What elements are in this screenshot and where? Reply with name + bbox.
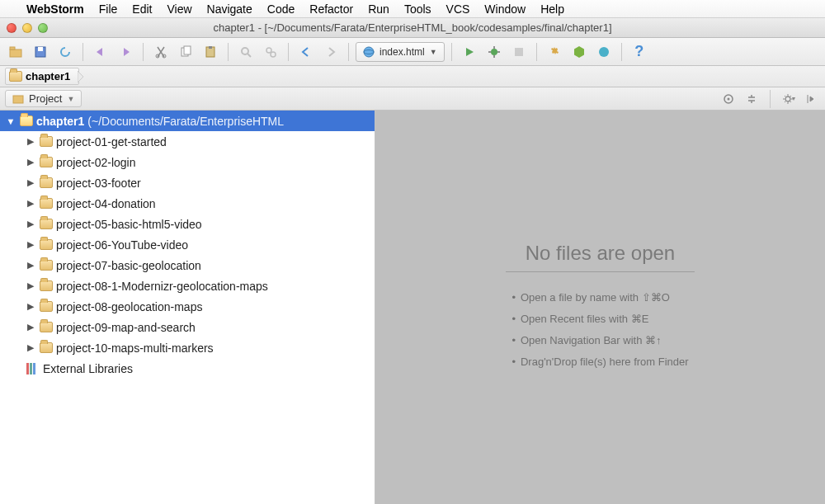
svg-rect-23 [13, 96, 23, 103]
back-button[interactable] [295, 41, 317, 63]
menu-code[interactable]: Code [267, 2, 295, 16]
project-view-selector[interactable]: Project ▼ [5, 90, 82, 107]
folder-icon [40, 301, 53, 312]
sync-button[interactable] [54, 41, 76, 63]
open-button[interactable] [5, 41, 26, 63]
tree-item-label: project-10-maps-multi-markers [56, 341, 214, 355]
app-menu[interactable]: WebStorm [26, 2, 84, 16]
tree-folder[interactable]: ▶project-07-basic-geolocation [0, 255, 375, 276]
settings-button[interactable] [544, 41, 565, 63]
navigation-bar[interactable]: chapter1 [0, 66, 825, 87]
zoom-window-button[interactable] [38, 23, 48, 33]
menu-run[interactable]: Run [368, 2, 389, 16]
tree-folder[interactable]: ▶project-06-YouTube-video [0, 234, 375, 255]
menu-edit[interactable]: Edit [132, 2, 152, 16]
project-tree[interactable]: ▼ chapter1 (~/Documents/Farata/Enterpris… [0, 111, 375, 504]
run-config-label: index.html [380, 46, 425, 58]
tool-settings-button[interactable]: ▾ [780, 91, 797, 107]
menu-vcs[interactable]: VCS [446, 2, 470, 16]
expand-arrow-icon[interactable]: ▶ [25, 157, 36, 167]
tree-item-label: project-06-YouTube-video [56, 238, 188, 252]
tip-row: •Open Navigation Bar with ⌘↑ [512, 330, 688, 351]
stop-button[interactable] [508, 41, 530, 63]
expand-arrow-icon[interactable]: ▶ [25, 219, 36, 229]
tree-folder[interactable]: ▶project-09-map-and-search [0, 317, 375, 337]
tree-folder[interactable]: ▶project-04-donation [0, 193, 375, 214]
expand-arrow-icon[interactable]: ▶ [25, 239, 36, 250]
svg-rect-3 [38, 47, 43, 51]
expand-arrow-icon[interactable]: ▶ [25, 177, 36, 188]
svg-rect-7 [184, 46, 191, 54]
collapse-all-button[interactable] [743, 91, 760, 107]
menu-help[interactable]: Help [540, 2, 564, 16]
save-all-button[interactable] [30, 41, 51, 63]
folder-icon [40, 198, 53, 209]
expand-arrow-icon[interactable]: ▼ [5, 116, 16, 126]
tree-item-label: project-03-footer [56, 177, 141, 190]
expand-arrow-icon[interactable]: ▶ [25, 322, 36, 332]
menu-navigate[interactable]: Navigate [207, 2, 252, 16]
nodejs-button[interactable] [568, 41, 590, 63]
expand-arrow-icon[interactable]: ▶ [25, 260, 36, 271]
cut-button[interactable] [150, 41, 172, 63]
debug-button[interactable] [483, 41, 505, 63]
expand-arrow-icon[interactable]: ▶ [25, 280, 36, 291]
svg-point-10 [242, 48, 248, 54]
folder-icon [9, 71, 22, 82]
chevron-down-icon: ▼ [430, 48, 437, 56]
project-tool-header: Project ▼ ▾ [0, 87, 825, 111]
tree-folder[interactable]: ▶project-02-login [0, 152, 375, 172]
undo-button[interactable] [90, 41, 111, 63]
menu-view[interactable]: View [167, 2, 191, 16]
tree-folder[interactable]: ▶project-01-get-started [0, 131, 375, 152]
tree-external-libraries[interactable]: ▶ External Libraries [0, 358, 375, 379]
menu-tools[interactable]: Tools [404, 2, 431, 16]
folder-icon [40, 239, 53, 250]
tree-item-label: project-08-geolocation-maps [56, 300, 202, 313]
help-button[interactable]: ? [629, 41, 650, 63]
tree-item-label: project-05-basic-html5-video [56, 218, 202, 231]
tree-root[interactable]: ▼ chapter1 (~/Documents/Farata/Enterpris… [0, 111, 375, 131]
run-configuration-selector[interactable]: index.html ▼ [356, 42, 445, 62]
run-button[interactable] [459, 41, 480, 63]
expand-arrow-icon[interactable]: ▶ [25, 301, 36, 312]
find-button[interactable] [235, 41, 257, 63]
redo-button[interactable] [115, 41, 136, 63]
toolbar-separator [288, 43, 289, 61]
expand-arrow-icon[interactable]: ▶ [25, 342, 36, 353]
folder-icon [20, 115, 33, 126]
jslint-button[interactable] [593, 41, 615, 63]
menu-refactor[interactable]: Refactor [309, 2, 353, 16]
editor-area[interactable]: No files are open •Open a file by name w… [375, 111, 825, 504]
chevron-down-icon: ▼ [67, 95, 74, 103]
mac-menubar: WebStorm File Edit View Navigate Code Re… [0, 0, 825, 18]
minimize-window-button[interactable] [22, 23, 32, 33]
tree-folder[interactable]: ▶project-10-maps-multi-markers [0, 337, 375, 358]
copy-button[interactable] [175, 41, 196, 63]
tree-folder[interactable]: ▶project-05-basic-html5-video [0, 214, 375, 234]
tip-row: •Open Recent files with ⌘E [512, 309, 688, 330]
scroll-from-source-button[interactable] [720, 91, 737, 107]
breadcrumb-root[interactable]: chapter1 [5, 68, 79, 85]
svg-point-25 [728, 97, 730, 100]
toolbar-separator [770, 90, 771, 108]
expand-arrow-icon[interactable]: ▶ [25, 198, 36, 209]
svg-point-22 [599, 47, 609, 57]
tree-folder[interactable]: ▶project-08-1-Modernizr-geolocation-maps [0, 276, 375, 296]
window-titlebar: chapter1 - [~/Documents/Farata/Enterpris… [0, 18, 825, 38]
tree-root-path: (~/Documents/Farata/EnterpriseHTML [87, 115, 284, 128]
expand-arrow-icon[interactable]: ▶ [25, 136, 36, 147]
close-window-button[interactable] [7, 23, 16, 33]
menu-file[interactable]: File [99, 2, 118, 16]
svg-rect-1 [10, 47, 15, 49]
forward-button[interactable] [320, 41, 342, 63]
paste-button[interactable] [200, 41, 221, 63]
menu-window[interactable]: Window [484, 2, 526, 16]
tree-folder[interactable]: ▶project-08-geolocation-maps [0, 296, 375, 317]
tree-folder[interactable]: ▶project-03-footer [0, 172, 375, 193]
svg-point-13 [271, 52, 276, 57]
library-icon [26, 363, 40, 374]
hide-tool-button[interactable] [804, 91, 820, 107]
toolbar-separator [451, 43, 452, 61]
replace-button[interactable] [260, 41, 281, 63]
